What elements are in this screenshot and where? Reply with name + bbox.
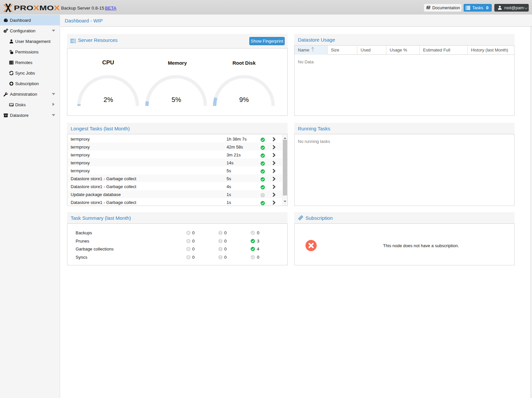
svg-text:?: ? <box>262 194 264 197</box>
